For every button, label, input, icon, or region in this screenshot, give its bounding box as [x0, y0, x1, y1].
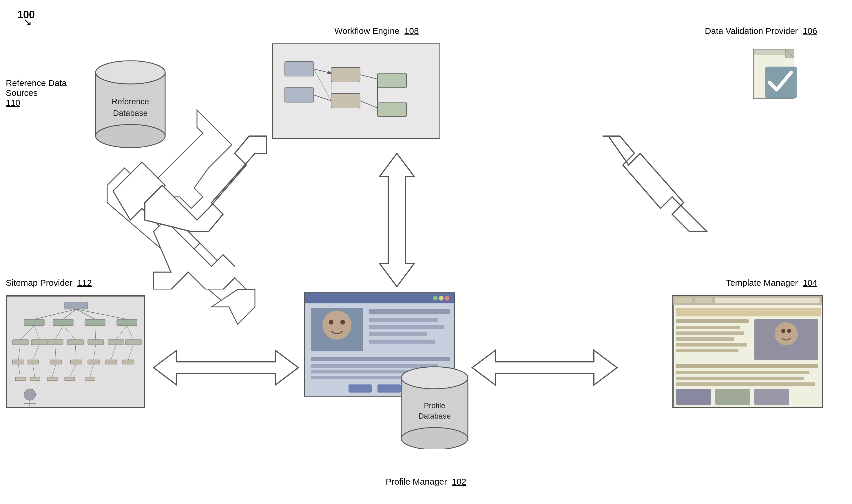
- svg-rect-39: [88, 340, 104, 345]
- svg-rect-90: [311, 357, 450, 361]
- svg-rect-106: [715, 298, 820, 303]
- svg-rect-37: [47, 340, 63, 345]
- svg-point-99: [401, 428, 468, 449]
- svg-rect-64: [30, 377, 40, 381]
- svg-rect-40: [108, 340, 124, 345]
- ref-data-sources-label: Reference Data Sources 110: [6, 78, 87, 108]
- svg-rect-119: [676, 371, 810, 374]
- svg-rect-28: [53, 319, 73, 326]
- svg-rect-117: [676, 349, 738, 352]
- svg-rect-67: [85, 377, 95, 381]
- profile-manager-label: Profile Manager 102: [361, 477, 491, 487]
- svg-point-78: [445, 296, 449, 301]
- svg-rect-41: [125, 340, 141, 345]
- svg-rect-115: [676, 337, 734, 341]
- svg-rect-35: [13, 340, 29, 345]
- template-box: [672, 295, 823, 408]
- svg-point-84: [341, 320, 345, 325]
- svg-rect-63: [15, 377, 25, 381]
- svg-rect-10: [378, 73, 406, 88]
- svg-rect-89: [369, 340, 435, 344]
- svg-rect-52: [70, 360, 82, 364]
- svg-marker-137: [472, 350, 617, 385]
- svg-rect-53: [88, 360, 99, 364]
- svg-rect-50: [27, 360, 38, 364]
- svg-rect-27: [24, 319, 44, 326]
- reference-database: Reference Database: [90, 55, 171, 149]
- svg-rect-122: [676, 389, 711, 405]
- data-validation-label: Data Validation Provider 106: [658, 26, 817, 36]
- svg-rect-87: [369, 325, 444, 329]
- svg-rect-86: [369, 318, 438, 322]
- svg-marker-129: [107, 168, 246, 307]
- svg-marker-136: [154, 350, 298, 385]
- svg-point-110: [781, 329, 785, 333]
- svg-rect-104: [675, 298, 692, 303]
- svg-rect-54: [105, 360, 117, 364]
- svg-rect-123: [715, 389, 750, 405]
- arrow-horizontal-left: [154, 350, 298, 385]
- profile-database: Profile Database: [397, 362, 472, 450]
- workflow-inner: [273, 44, 439, 138]
- sitemap-box: [6, 295, 145, 408]
- svg-line-128: [107, 168, 229, 289]
- workflow-engine-box: [272, 43, 440, 139]
- svg-point-98: [401, 367, 468, 389]
- svg-rect-85: [369, 309, 450, 314]
- svg-rect-7: [285, 88, 314, 102]
- svg-rect-105: [695, 298, 712, 303]
- figure-arrow: ↘: [23, 16, 32, 28]
- svg-point-82: [323, 311, 351, 340]
- svg-point-79: [439, 296, 444, 301]
- diagram-container: 100 ↘ Workflow Engine 108 Data Validatio…: [0, 0, 852, 504]
- svg-rect-29: [85, 319, 105, 326]
- svg-rect-121: [676, 382, 815, 386]
- svg-marker-134: [145, 136, 266, 232]
- svg-rect-77: [305, 293, 455, 303]
- svg-rect-107: [676, 308, 821, 317]
- svg-point-83: [329, 320, 333, 325]
- svg-marker-130: [211, 289, 255, 324]
- svg-rect-26: [65, 302, 88, 309]
- arrow-horizontal-right: [472, 350, 617, 385]
- svg-marker-133: [380, 154, 414, 287]
- svg-rect-124: [754, 389, 789, 405]
- arrow-diagonal-upright: [603, 136, 707, 232]
- svg-rect-11: [378, 102, 406, 117]
- svg-rect-65: [47, 377, 57, 381]
- svg-marker-131: [113, 162, 200, 255]
- arrow-vertical-center: [380, 154, 414, 287]
- svg-marker-132: [154, 220, 241, 289]
- template-manager-label: Template Manager 104: [687, 278, 817, 288]
- svg-rect-49: [13, 360, 24, 364]
- svg-point-111: [787, 329, 791, 333]
- svg-rect-38: [68, 340, 84, 345]
- svg-point-2: [95, 125, 165, 148]
- svg-point-80: [433, 296, 438, 301]
- svg-rect-36: [31, 340, 47, 345]
- svg-point-1: [95, 61, 165, 84]
- svg-rect-66: [65, 377, 75, 381]
- svg-text:Profile: Profile: [424, 401, 445, 410]
- svg-rect-113: [676, 326, 740, 329]
- svg-rect-55: [123, 360, 134, 364]
- svg-point-109: [775, 322, 798, 345]
- svg-rect-94: [348, 384, 372, 393]
- svg-text:Reference: Reference: [111, 97, 149, 106]
- svg-text:Database: Database: [113, 109, 148, 118]
- svg-rect-120: [676, 377, 804, 380]
- svg-rect-118: [676, 364, 818, 368]
- svg-rect-51: [50, 360, 62, 364]
- svg-rect-88: [369, 332, 427, 336]
- svg-point-73: [24, 389, 36, 400]
- svg-rect-116: [676, 343, 747, 346]
- arrow-diagonal-nw: [113, 162, 241, 289]
- svg-marker-135: [603, 136, 707, 232]
- svg-text:Database: Database: [418, 412, 451, 420]
- svg-rect-30: [117, 319, 137, 326]
- svg-rect-6: [285, 62, 314, 76]
- workflow-engine-label: Workflow Engine 108: [304, 26, 449, 36]
- arrow-diagonal-upleft: [145, 136, 266, 232]
- svg-rect-9: [331, 93, 360, 108]
- svg-rect-114: [676, 331, 744, 335]
